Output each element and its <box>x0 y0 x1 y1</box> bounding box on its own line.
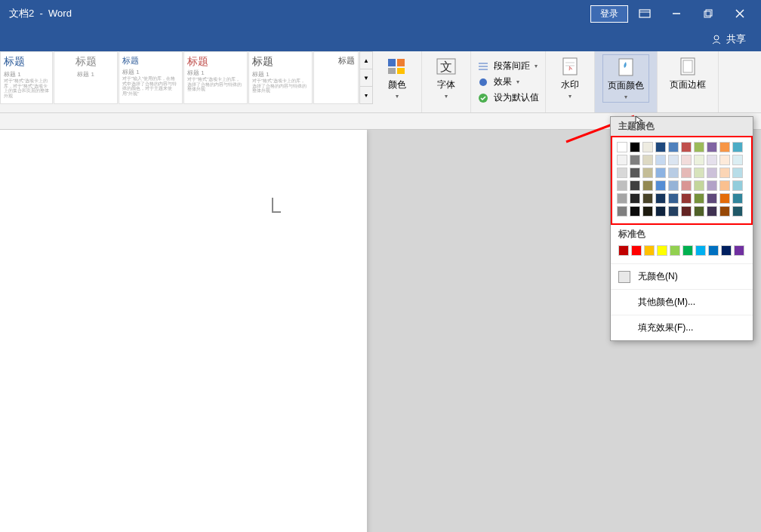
color-swatch[interactable] <box>630 206 640 217</box>
color-swatch[interactable] <box>694 180 704 191</box>
color-swatch[interactable] <box>630 168 640 178</box>
color-swatch[interactable] <box>732 155 743 165</box>
style-item[interactable]: 标题 <box>313 51 359 104</box>
page-border-button[interactable]: 页面边框 <box>665 54 710 93</box>
color-swatch[interactable] <box>719 155 730 165</box>
color-swatch[interactable] <box>630 142 640 152</box>
color-swatch[interactable] <box>668 142 679 152</box>
color-swatch[interactable] <box>668 180 679 191</box>
color-swatch[interactable] <box>655 155 666 165</box>
color-swatch[interactable] <box>655 168 666 178</box>
color-swatch[interactable] <box>681 168 692 178</box>
color-swatch[interactable] <box>668 168 679 178</box>
color-swatch[interactable] <box>670 245 680 256</box>
style-item[interactable]: 标题 标题 1 对于"格式"选项卡上的库，选择了合格的内容与特殊的整体外观 <box>248 51 313 104</box>
color-swatch[interactable] <box>630 155 640 165</box>
color-swatch[interactable] <box>681 206 692 217</box>
color-swatch[interactable] <box>708 245 719 256</box>
color-swatch[interactable] <box>719 193 730 204</box>
set-default-button[interactable]: 设为默认值 <box>477 91 539 104</box>
style-item[interactable]: 标题 标题 1 对于"格式"选项卡上的库，选择了合格的内容与特殊的整体外观 <box>183 51 248 104</box>
effects-button[interactable]: 效果 ▾ <box>477 75 539 88</box>
color-swatch[interactable] <box>657 245 667 256</box>
login-button[interactable]: 登录 <box>590 5 628 23</box>
color-swatch[interactable] <box>668 155 679 165</box>
color-swatch[interactable] <box>642 206 653 217</box>
minimize-icon[interactable] <box>661 3 692 24</box>
paragraph-spacing-button[interactable]: 段落间距 ▾ <box>477 60 539 72</box>
color-swatch[interactable] <box>694 168 704 178</box>
color-swatch[interactable] <box>668 193 679 204</box>
no-color-button[interactable]: 无颜色(N) <box>611 263 753 289</box>
color-swatch[interactable] <box>732 142 743 152</box>
color-swatch[interactable] <box>617 142 627 152</box>
color-swatch[interactable] <box>719 168 730 178</box>
color-swatch[interactable] <box>682 245 693 256</box>
page[interactable] <box>0 130 367 532</box>
close-icon[interactable] <box>725 3 755 24</box>
title-bar: 文档2 - Word 登录 <box>0 0 761 27</box>
color-swatch[interactable] <box>630 193 640 204</box>
color-swatch[interactable] <box>618 245 629 256</box>
color-swatch[interactable] <box>732 168 743 178</box>
style-item[interactable]: 标题 标题 1 <box>54 51 118 104</box>
color-swatch[interactable] <box>617 206 627 217</box>
color-swatch[interactable] <box>719 206 730 217</box>
color-swatch[interactable] <box>642 193 653 204</box>
ribbon-display-icon[interactable] <box>630 3 660 24</box>
color-swatch[interactable] <box>644 245 655 256</box>
title-controls: 登录 <box>590 3 755 24</box>
scroll-down-icon[interactable]: ▼ <box>360 69 372 87</box>
color-swatch[interactable] <box>707 180 717 191</box>
color-swatch[interactable] <box>617 193 627 204</box>
styles-gallery[interactable]: 标题 标题 1 对于"格式"选项卡上的库，对于"格式"选项卡上的集合和页层的整体… <box>0 51 373 104</box>
color-swatch[interactable] <box>681 142 692 152</box>
share-button[interactable]: 共享 <box>711 32 746 46</box>
color-swatch[interactable] <box>681 155 692 165</box>
color-swatch[interactable] <box>642 155 653 165</box>
color-swatch[interactable] <box>681 193 692 204</box>
color-swatch[interactable] <box>732 193 743 204</box>
fill-effects-button[interactable]: 填充效果(F)... <box>611 315 753 340</box>
color-swatch[interactable] <box>707 168 717 178</box>
color-swatch[interactable] <box>707 193 717 204</box>
more-colors-button[interactable]: 其他颜色(M)... <box>611 289 753 315</box>
color-swatch[interactable] <box>719 142 730 152</box>
color-swatch[interactable] <box>655 180 666 191</box>
page-color-button[interactable]: 页面颜色 ▾ <box>602 54 649 103</box>
colors-button[interactable]: 颜色 ▾ <box>380 54 414 101</box>
scroll-up-icon[interactable]: ▲ <box>360 52 372 69</box>
watermark-button[interactable]: A 水印 ▾ <box>553 54 587 101</box>
expand-icon[interactable]: ▾ <box>360 87 372 103</box>
color-swatch[interactable] <box>707 142 717 152</box>
color-swatch[interactable] <box>707 155 717 165</box>
color-swatch[interactable] <box>642 168 653 178</box>
style-item[interactable]: 标题 标题 1 对于"输入"使用的库，在格式中选择了合格的内容与特殊的颜色，对于… <box>119 51 183 104</box>
color-swatch[interactable] <box>732 180 743 191</box>
color-swatch[interactable] <box>630 180 640 191</box>
color-swatch[interactable] <box>707 206 717 217</box>
color-swatch[interactable] <box>617 155 627 165</box>
color-swatch[interactable] <box>734 245 744 256</box>
style-item[interactable]: 标题 标题 1 对于"格式"选项卡上的库，对于"格式"选项卡上的集合和页层的整体… <box>0 51 53 104</box>
color-swatch[interactable] <box>668 206 679 217</box>
color-swatch[interactable] <box>655 193 666 204</box>
color-swatch[interactable] <box>642 142 653 152</box>
color-swatch[interactable] <box>732 206 743 217</box>
color-swatch[interactable] <box>694 206 704 217</box>
color-swatch[interactable] <box>694 155 704 165</box>
color-swatch[interactable] <box>694 142 704 152</box>
color-swatch[interactable] <box>695 245 706 256</box>
color-swatch[interactable] <box>694 193 704 204</box>
color-swatch[interactable] <box>617 180 627 191</box>
color-swatch[interactable] <box>655 206 666 217</box>
color-swatch[interactable] <box>631 245 642 256</box>
fonts-button[interactable]: 文 字体 ▾ <box>430 54 463 101</box>
maximize-icon[interactable] <box>693 3 723 24</box>
color-swatch[interactable] <box>655 142 666 152</box>
color-swatch[interactable] <box>719 180 730 191</box>
color-swatch[interactable] <box>721 245 732 256</box>
color-swatch[interactable] <box>617 168 627 178</box>
color-swatch[interactable] <box>642 180 653 191</box>
color-swatch[interactable] <box>681 180 692 191</box>
